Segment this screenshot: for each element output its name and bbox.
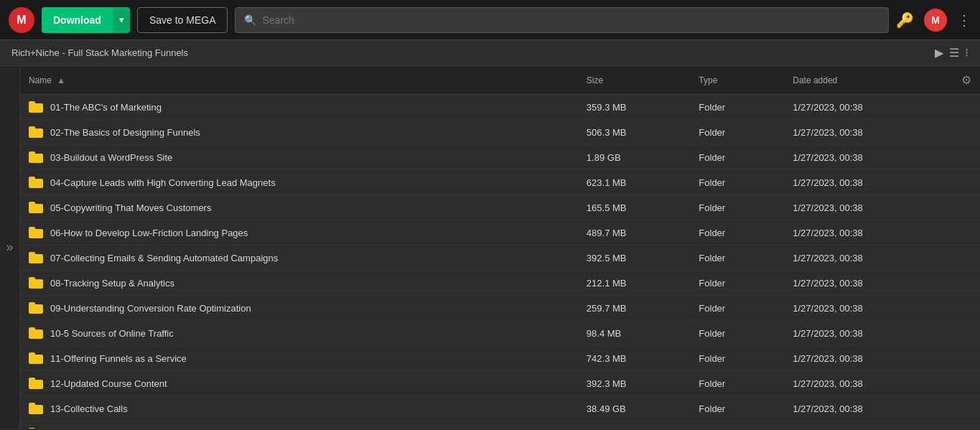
topbar-right: 🔑 M ⋮ <box>896 9 971 32</box>
cell-date: 1/27/2023, 00:38 <box>784 346 953 371</box>
table-row[interactable]: 01-The ABC's of Marketing 359.3 MB Folde… <box>20 95 980 120</box>
cell-name: 01-The ABC's of Marketing <box>20 95 578 120</box>
cell-size: 259.7 MB <box>578 296 690 321</box>
folder-icon <box>29 252 43 263</box>
folder-icon <box>29 202 43 213</box>
cell-type: Folder <box>690 371 784 396</box>
file-table: Name ▲ Size Type Date added ⚙ 01-The ABC… <box>20 66 980 429</box>
cell-type: Folder <box>690 396 784 421</box>
col-header-type[interactable]: Type <box>690 66 784 95</box>
cell-date: 1/27/2023, 00:38 <box>784 321 953 346</box>
download-button[interactable]: Download <box>42 7 113 33</box>
folder-icon <box>29 151 43 163</box>
cell-date: 1/27/2023, 00:38 <box>784 271 953 296</box>
folder-icon <box>29 352 43 364</box>
table-row[interactable]: 08-Tracking Setup & Analytics 212.1 MB F… <box>20 271 980 296</box>
cell-size: 98.4 MB <box>578 321 690 346</box>
cell-type: Folder <box>690 321 784 346</box>
cell-name: 04-Capture Leads with High Converting Le… <box>20 170 578 195</box>
table-row[interactable]: 04-Capture Leads with High Converting Le… <box>20 170 980 195</box>
cell-name: 11-Offering Funnels as a Service <box>20 346 578 371</box>
user-avatar[interactable]: M <box>924 9 947 32</box>
cell-name: 06-How to Develop Low-Friction Landing P… <box>20 220 578 246</box>
cell-size: 489.7 MB <box>578 220 690 246</box>
folder-icon <box>29 126 43 138</box>
folder-icon <box>29 101 43 113</box>
cell-name: 02-The Basics of Designing Funnels <box>20 120 578 145</box>
table-row[interactable]: 11-Offering Funnels as a Service 742.3 M… <box>20 346 980 371</box>
file-name: 11-Offering Funnels as a Service <box>50 353 187 364</box>
file-name: 08-Tracking Setup & Analytics <box>50 278 174 289</box>
table-row[interactable]: 10-5 Sources of Online Traffic 98.4 MB F… <box>20 321 980 346</box>
search-input[interactable] <box>262 14 879 26</box>
list-view-icon[interactable]: ☰ <box>949 46 959 60</box>
sidebar-toggle[interactable]: » <box>0 66 20 429</box>
table-row[interactable]: 13-Collective Calls 38.49 GB Folder 1/27… <box>20 396 980 421</box>
cell-settings <box>953 371 980 396</box>
cell-date: 1/27/2023, 00:38 <box>784 95 953 120</box>
table-row[interactable]: 02-The Basics of Designing Funnels 506.3… <box>20 120 980 145</box>
cell-date: 1/27/2023, 00:38 <box>784 195 953 220</box>
table-row[interactable]: 06-How to Develop Low-Friction Landing P… <box>20 220 980 246</box>
cell-date: 1/27/2023, 00:38 <box>784 220 953 246</box>
grid-view-icon[interactable]: ⁝ <box>965 46 969 60</box>
cell-size: 1.89 GB <box>578 145 690 170</box>
col-header-size[interactable]: Size <box>578 66 690 95</box>
download-group: Download ▾ <box>42 7 130 33</box>
cell-settings <box>953 145 980 170</box>
table-row[interactable]: 05-Copywriting That Moves Customers 165.… <box>20 195 980 220</box>
table-row[interactable]: 09-Understanding Conversion Rate Optimiz… <box>20 296 980 321</box>
cell-settings <box>953 120 980 145</box>
cell-type: Folder <box>690 246 784 271</box>
file-name: 12-Updated Course Content <box>50 378 167 389</box>
file-name: 04-Capture Leads with High Converting Le… <box>50 177 276 188</box>
folder-icon <box>29 403 43 414</box>
table-row[interactable]: 07-Collecting Emails & Sending Automated… <box>20 246 980 271</box>
more-options-icon[interactable]: ⋮ <box>957 11 971 29</box>
col-header-date[interactable]: Date added <box>784 66 953 95</box>
cell-size: 392.5 MB <box>578 246 690 271</box>
cell-type: Folder <box>690 421 784 429</box>
folder-icon <box>29 428 43 429</box>
cell-type: Folder <box>690 346 784 371</box>
cell-settings <box>953 346 980 371</box>
cell-size: 506.3 MB <box>578 120 690 145</box>
cell-name: 09-Understanding Conversion Rate Optimiz… <box>20 296 578 321</box>
file-name: 02-The Basics of Designing Funnels <box>50 127 200 138</box>
key-icon: 🔑 <box>896 11 914 29</box>
folder-icon <box>29 177 43 188</box>
folder-icon <box>29 277 43 289</box>
cell-type: Folder <box>690 95 784 120</box>
cell-date: 1/27/2023, 00:38 <box>784 145 953 170</box>
cell-settings <box>953 220 980 246</box>
cell-date: 1/27/2023, 00:38 <box>784 120 953 145</box>
settings-icon[interactable]: ⚙ <box>961 74 971 86</box>
cell-name: 12-Updated Course Content <box>20 371 578 396</box>
cell-type: Folder <box>690 170 784 195</box>
col-header-name[interactable]: Name ▲ <box>20 66 578 95</box>
folder-icon <box>29 378 43 389</box>
download-arrow-button[interactable]: ▾ <box>113 7 130 33</box>
cell-settings <box>953 246 980 271</box>
mega-logo[interactable]: M <box>9 7 34 33</box>
cell-size: 359.3 MB <box>578 95 690 120</box>
image-view-icon[interactable]: ▶ <box>935 46 943 60</box>
table-row[interactable]: 12-Updated Course Content 392.3 MB Folde… <box>20 371 980 396</box>
cell-type: Folder <box>690 120 784 145</box>
cell-type: Folder <box>690 145 784 170</box>
file-name: 03-Buildout a WordPress Site <box>50 152 172 163</box>
sort-arrow-icon: ▲ <box>57 75 65 85</box>
cell-date: 1/27/2023, 00:38 <box>784 421 953 429</box>
cell-settings <box>953 396 980 421</box>
table-header-row: Name ▲ Size Type Date added ⚙ <box>20 66 980 95</box>
file-table-container: Name ▲ Size Type Date added ⚙ 01-The ABC… <box>20 66 980 429</box>
search-icon: 🔍 <box>244 14 256 26</box>
table-row[interactable]: 14-Office Hours 14.45 GB Folder 1/27/202… <box>20 421 980 429</box>
cell-size: 742.3 MB <box>578 346 690 371</box>
file-name: 14-Office Hours <box>50 429 116 429</box>
cell-type: Folder <box>690 271 784 296</box>
table-row[interactable]: 03-Buildout a WordPress Site 1.89 GB Fol… <box>20 145 980 170</box>
cell-settings <box>953 95 980 120</box>
save-to-mega-button[interactable]: Save to MEGA <box>137 7 228 33</box>
file-name: 05-Copywriting That Moves Customers <box>50 202 211 213</box>
